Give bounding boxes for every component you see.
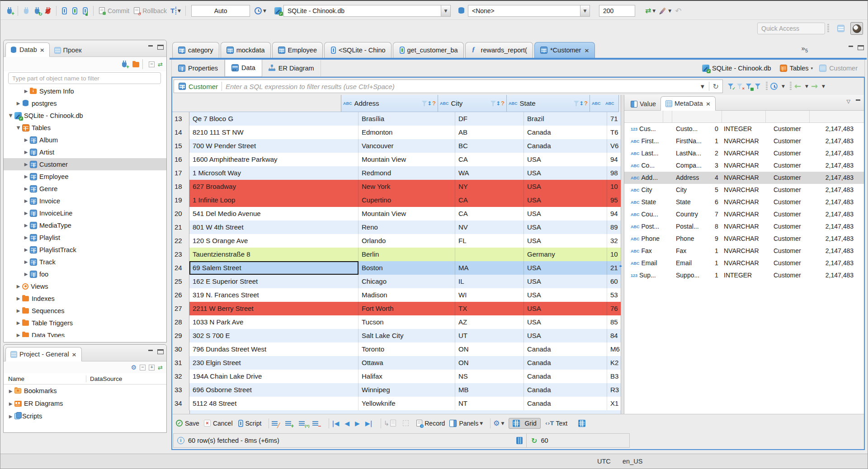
metadata-row[interactable]: ABCFirst... FirstNa... 1 NVARCHAR Custom… xyxy=(624,135,864,147)
country-cell[interactable]: USA xyxy=(524,302,607,315)
address-cell[interactable]: 1 Microsoft Way xyxy=(189,166,359,180)
postal-cell[interactable]: 71 xyxy=(607,112,621,126)
tree-item[interactable]: ▶ Genre xyxy=(4,183,166,195)
project-item[interactable]: ▶ Bookmarks xyxy=(4,385,166,397)
country-cell[interactable]: Canada xyxy=(524,139,607,153)
row-number-cell[interactable]: 34 xyxy=(172,397,189,410)
tree-item[interactable]: ▶ PlaylistTrack xyxy=(4,244,166,256)
next-row-button[interactable]: ▶ xyxy=(355,420,360,427)
connect-button[interactable] xyxy=(21,7,32,15)
schema-selector-combo[interactable]: <None>▼ xyxy=(468,5,590,17)
tree-item[interactable]: ▶ System Info xyxy=(4,85,166,97)
state-cell[interactable]: NV xyxy=(455,220,524,234)
open-perspective-button[interactable] xyxy=(835,23,847,34)
first-row-button[interactable]: |◀ xyxy=(332,420,339,427)
breadcrumb-item[interactable]: Tables ▾ xyxy=(780,65,813,72)
expand-all-icon[interactable] xyxy=(149,365,155,371)
metadata-row[interactable]: ABCAdd... Address 4 NVARCHAR Customer 2,… xyxy=(624,172,864,184)
state-cell[interactable]: NS xyxy=(455,370,524,383)
sql-editor-button[interactable] xyxy=(59,6,70,15)
state-cell[interactable]: ON xyxy=(455,356,524,370)
city-cell[interactable]: Edmonton xyxy=(359,126,455,139)
fetch-previous-icon[interactable]: ← xyxy=(794,83,801,90)
link-editor-icon[interactable]: ⇄ xyxy=(158,61,163,68)
metadata-column-header[interactable] xyxy=(722,111,766,122)
city-cell[interactable]: Toronto xyxy=(359,342,455,356)
minimize-icon[interactable] xyxy=(147,349,154,354)
city-cell[interactable]: Mountain View xyxy=(359,207,455,220)
city-cell[interactable]: Vancouver xyxy=(359,139,455,153)
metadata-row[interactable]: ABCCou... Country 7 NVARCHAR Customer 2,… xyxy=(624,208,864,220)
rollback-button[interactable]: Rollback xyxy=(131,6,169,15)
row-number-cell[interactable]: 22 xyxy=(172,234,189,248)
twisty-icon[interactable]: ▶ xyxy=(15,333,22,337)
tree-item[interactable]: ▶ Views xyxy=(4,280,166,292)
metadata-column-header[interactable] xyxy=(672,111,722,122)
auto-refresh-icon[interactable] xyxy=(770,83,778,90)
address-cell[interactable]: 120 S Orange Ave xyxy=(189,234,359,248)
country-cell[interactable]: USA xyxy=(524,329,607,342)
state-cell[interactable] xyxy=(455,248,524,261)
metadata-row[interactable]: ABCFax Fax 1 NVARCHAR Customer 2,147,483 xyxy=(624,245,864,257)
address-cell[interactable]: 162 E Superior Street xyxy=(189,275,359,288)
transaction-history-button[interactable]: ▼ xyxy=(253,6,268,15)
reconnect-button[interactable] xyxy=(32,7,42,15)
country-cell[interactable]: USA xyxy=(524,207,607,220)
postal-cell[interactable]: 53 xyxy=(607,288,621,302)
tree-item[interactable]: ▼ SQLite - Chinook.db xyxy=(4,109,166,122)
fetch-size-input[interactable]: 200 xyxy=(599,5,635,17)
twisty-icon[interactable]: ▼ xyxy=(7,113,14,118)
refresh-connection-button[interactable]: ⇄▼ xyxy=(643,5,657,16)
country-cell[interactable]: USA xyxy=(524,315,607,329)
row-number-cell[interactable]: 31 xyxy=(172,356,189,370)
twisty-icon[interactable]: ▶ xyxy=(7,389,14,394)
close-icon[interactable]: × xyxy=(584,47,589,54)
postal-cell[interactable]: V6 xyxy=(607,139,621,153)
new-sql-editor-button[interactable] xyxy=(80,6,90,15)
twisty-icon[interactable]: ▶ xyxy=(23,137,29,142)
minimize-icon[interactable] xyxy=(855,99,861,104)
filter-history-arrow-icon[interactable]: ▼ xyxy=(701,84,704,89)
country-cell[interactable]: USA xyxy=(524,220,607,234)
row-number-cell[interactable]: 16 xyxy=(172,153,189,166)
country-cell[interactable]: USA xyxy=(524,288,607,302)
grid-column-header[interactable]: ABC Address ↕? xyxy=(341,95,438,112)
address-cell[interactable]: 796 Dundas Street West xyxy=(189,342,359,356)
state-cell[interactable]: CA xyxy=(455,193,524,207)
gear-icon[interactable]: ⚙ xyxy=(131,364,137,371)
tab-project-general[interactable]: Project - General × xyxy=(5,347,82,361)
state-cell[interactable]: CA xyxy=(455,153,524,166)
twisty-icon[interactable]: ▶ xyxy=(23,247,29,252)
column-filter-sort[interactable]: ↕? xyxy=(573,100,588,107)
postal-cell[interactable]: 89 xyxy=(607,220,621,234)
tree-item[interactable]: ▶ Customer xyxy=(4,158,166,170)
custom-filter-icon[interactable] xyxy=(755,83,761,89)
state-cell[interactable]: IL xyxy=(455,275,524,288)
city-cell[interactable]: Winnipeg xyxy=(359,383,455,397)
extra-grid-button[interactable] xyxy=(578,420,588,427)
twisty-icon[interactable]: ▶ xyxy=(15,308,22,313)
postal-cell[interactable]: 84 xyxy=(607,329,621,342)
country-cell[interactable]: Canada xyxy=(524,126,607,139)
city-cell[interactable]: Brasília xyxy=(359,112,455,126)
column-filter-sort[interactable]: ↕? xyxy=(603,100,604,107)
address-cell[interactable]: Tauentzienstraße 8 xyxy=(189,248,359,261)
postal-cell[interactable]: 98 xyxy=(607,166,621,180)
country-cell[interactable]: USA xyxy=(524,275,607,288)
postal-cell[interactable]: 10 xyxy=(607,248,621,261)
link-editor-icon[interactable]: ⇄ xyxy=(158,364,163,371)
postal-cell[interactable]: B3 xyxy=(607,370,621,383)
city-cell[interactable]: Redmond xyxy=(359,166,455,180)
goto-row-button[interactable]: ↳ xyxy=(384,419,399,427)
state-cell[interactable]: BC xyxy=(455,139,524,153)
state-cell[interactable]: NT xyxy=(455,397,524,410)
state-cell[interactable]: AB xyxy=(455,126,524,139)
grid-column-header[interactable]: ↕? xyxy=(172,95,341,112)
quick-access-input[interactable]: Quick Access xyxy=(757,23,825,34)
commit-button[interactable]: Commit xyxy=(96,6,131,15)
settings-button[interactable]: ⚙▼ xyxy=(493,419,504,427)
maximize-icon[interactable] xyxy=(157,349,164,354)
state-cell[interactable]: WA xyxy=(455,166,524,180)
breadcrumb-item[interactable]: Customer xyxy=(819,65,860,72)
column-filter-sort[interactable]: ↕? xyxy=(490,100,505,107)
